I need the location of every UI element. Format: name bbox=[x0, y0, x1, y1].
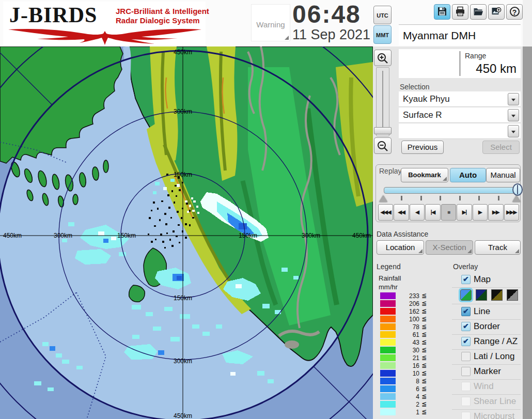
overlay-item-map[interactable]: Map bbox=[453, 274, 521, 287]
map-style-2[interactable] bbox=[476, 289, 487, 301]
legend-unit-2: mm/hr bbox=[379, 283, 398, 291]
svg-text:450km: 450km bbox=[3, 232, 22, 239]
checkbox-lati-long[interactable] bbox=[461, 352, 471, 361]
range-box: Range 450 km bbox=[399, 49, 521, 78]
overlay-item-shear-line: Shear Line bbox=[453, 396, 521, 409]
zoom-out-button[interactable] bbox=[374, 137, 392, 154]
separator bbox=[452, 349, 521, 350]
help-button[interactable]: ? bbox=[506, 4, 523, 20]
slider-tick bbox=[401, 196, 402, 200]
overlay-item-lati-long[interactable]: Lati / Long bbox=[453, 351, 521, 364]
replay-slider-track[interactable] bbox=[384, 187, 521, 194]
separator bbox=[452, 319, 521, 320]
legend-swatch bbox=[380, 393, 396, 400]
panel-divider bbox=[399, 24, 521, 25]
legend-unit-1: Rainfall bbox=[379, 274, 401, 282]
svg-text:450km: 450km bbox=[174, 412, 192, 419]
svg-text:450km: 450km bbox=[174, 49, 192, 56]
zoom-out-icon bbox=[377, 140, 389, 152]
legend-swatch bbox=[380, 347, 396, 353]
map-style-row bbox=[453, 289, 521, 303]
overlay-item-range-az[interactable]: Range / AZ bbox=[453, 336, 521, 349]
zoom-slider-track[interactable] bbox=[376, 67, 389, 136]
checkbox-map[interactable] bbox=[461, 275, 471, 284]
overlay-item-marker[interactable]: Marker bbox=[453, 366, 521, 379]
svg-text:150km: 150km bbox=[117, 232, 136, 239]
x-section-button[interactable]: X-Section bbox=[426, 240, 473, 255]
svg-text:150km: 150km bbox=[174, 294, 192, 302]
utc-button[interactable]: UTC bbox=[373, 6, 392, 24]
range-divider bbox=[460, 51, 460, 76]
rewind-fast-button[interactable]: ◀◀◀ bbox=[378, 204, 393, 221]
zoom-in-button[interactable] bbox=[374, 50, 392, 66]
slider-tick bbox=[498, 196, 499, 200]
manual-button[interactable]: Manual bbox=[486, 168, 520, 182]
window-edge-top bbox=[523, 0, 532, 46]
window-edge bbox=[523, 46, 532, 419]
replay-range-start-marker[interactable] bbox=[379, 195, 387, 202]
rewind-button[interactable]: ◀◀ bbox=[394, 204, 409, 221]
overlay-item-border[interactable]: Border bbox=[453, 321, 521, 334]
previous-button[interactable]: Previous bbox=[401, 141, 444, 154]
play-reverse-button[interactable]: ◀ bbox=[410, 204, 425, 221]
range-label: Range bbox=[465, 52, 486, 60]
radar-map[interactable]: 450km 300km 150km 150km 300km 450km 450k… bbox=[0, 46, 373, 419]
legend-label: Legend bbox=[377, 262, 401, 271]
map-style-1[interactable] bbox=[460, 289, 472, 301]
chevron-down-icon bbox=[511, 115, 515, 117]
step-forward-button[interactable]: ▶| bbox=[457, 204, 472, 221]
replay-label: Replay bbox=[379, 167, 402, 175]
app-logo: J-BIRDS JRC-Brilliant & Intelligent Rada… bbox=[3, 2, 206, 45]
legend-swatch bbox=[380, 370, 396, 377]
auto-button[interactable]: Auto bbox=[450, 168, 486, 182]
checkbox-marker[interactable] bbox=[461, 367, 471, 376]
location-button[interactable]: Location bbox=[377, 240, 424, 255]
map-style-3[interactable] bbox=[491, 289, 503, 301]
play-button[interactable]: ▶ bbox=[473, 204, 488, 221]
forward-button[interactable]: ▶▶ bbox=[488, 204, 503, 221]
folder-open-icon bbox=[473, 6, 483, 17]
checkbox-border[interactable] bbox=[461, 322, 471, 331]
logo-tagline-1: JRC-Brilliant & Intelligent bbox=[116, 7, 209, 15]
mmt-button[interactable]: MMT bbox=[373, 25, 392, 44]
svg-text:300km: 300km bbox=[174, 108, 192, 115]
checkbox-range-az[interactable] bbox=[461, 337, 471, 346]
chevron-down-icon bbox=[511, 99, 515, 101]
dropdown-site-arrow[interactable] bbox=[508, 93, 519, 105]
dropdown-site[interactable]: Kyauk Phyu bbox=[399, 91, 521, 107]
print-button[interactable] bbox=[452, 4, 468, 20]
playback-controls: ◀◀◀ ◀◀ ◀ |◀ ■ ▶| ▶ ▶▶ ▶▶▶ bbox=[378, 204, 519, 221]
stop-button[interactable]: ■ bbox=[441, 204, 456, 221]
separator bbox=[452, 304, 521, 304]
slider-tick bbox=[420, 196, 422, 200]
open-file-button[interactable] bbox=[470, 4, 487, 20]
warning-button[interactable]: Warning bbox=[251, 4, 290, 41]
logo-title: J-BIRDS bbox=[9, 3, 97, 27]
slider-tick bbox=[440, 196, 441, 200]
clock-time: 06:48 bbox=[292, 0, 361, 28]
dropdown-extra-arrow[interactable] bbox=[508, 125, 519, 137]
replay-range-end-marker[interactable] bbox=[512, 195, 521, 202]
dropdown-product-arrow[interactable] bbox=[508, 109, 519, 121]
forward-fast-button[interactable]: ▶▶▶ bbox=[504, 204, 519, 221]
logo-tagline-2: Radar Dialogic System bbox=[116, 16, 200, 25]
checkbox-line[interactable] bbox=[461, 307, 471, 316]
capture-button[interactable] bbox=[488, 4, 505, 20]
dropdown-product[interactable]: Surface R bbox=[399, 107, 521, 123]
legend-swatch bbox=[380, 300, 396, 307]
dropdown-extra[interactable] bbox=[399, 123, 521, 139]
svg-text:450km: 450km bbox=[352, 232, 371, 239]
track-button[interactable]: Track bbox=[475, 240, 521, 255]
dropdown-product-value: Surface R bbox=[399, 107, 521, 123]
save-button[interactable] bbox=[434, 4, 450, 20]
overlay-label: Overlay bbox=[453, 262, 478, 271]
select-button[interactable]: Select bbox=[482, 141, 520, 154]
overlay-item-line[interactable]: Line bbox=[453, 306, 521, 319]
svg-text:300km: 300km bbox=[54, 232, 72, 239]
step-back-button[interactable]: |◀ bbox=[425, 204, 440, 221]
replay-slider-handle[interactable] bbox=[512, 183, 523, 196]
map-style-4[interactable] bbox=[507, 289, 518, 301]
zoom-slider-handle[interactable] bbox=[374, 127, 392, 134]
bookmark-button[interactable]: Bookmark bbox=[401, 168, 448, 182]
separator bbox=[452, 394, 521, 395]
